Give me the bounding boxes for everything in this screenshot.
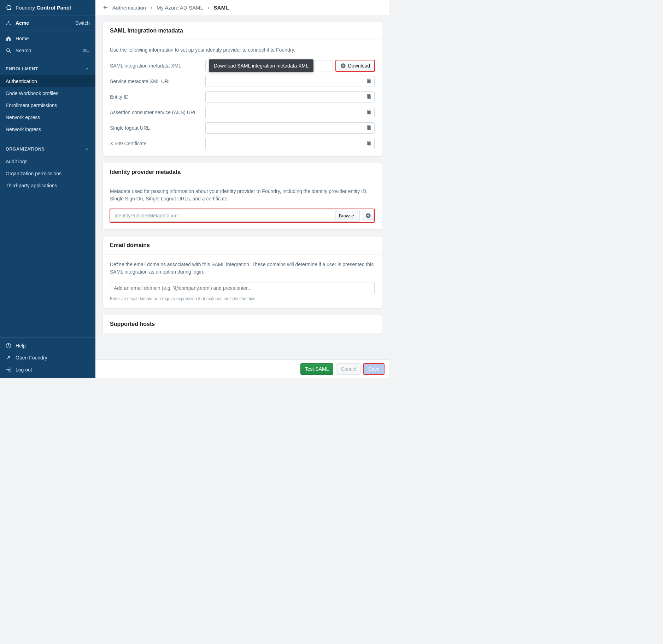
cancel-button[interactable]: Cancel [336, 363, 361, 375]
help-icon [6, 343, 11, 349]
nav-home[interactable]: Home [0, 33, 95, 45]
file-input[interactable]: IdentityProviderMetadata.xml Browse [111, 210, 360, 222]
org-name: Acme [16, 20, 29, 26]
back-icon[interactable] [102, 4, 109, 11]
brand: Foundry Control Panel [0, 0, 95, 16]
sidebar-bottom: Help Open Foundry Log out [0, 337, 95, 378]
label-slo: Single logout URL [110, 125, 198, 131]
card-saml-metadata: SAML integration metadata Use the follow… [102, 22, 382, 157]
svg-point-5 [7, 49, 10, 52]
download-icon [340, 63, 346, 69]
brand-text: Foundry Control Panel [16, 5, 71, 11]
email-domain-hint: Enter an email domain or a regular expre… [110, 296, 375, 301]
download-idp-button[interactable] [363, 210, 374, 221]
nav-search[interactable]: Search ⌘J [0, 45, 95, 57]
clipboard-icon[interactable] [366, 110, 372, 115]
card-title: Email domains [103, 236, 382, 254]
file-upload-row: IdentityProviderMetadata.xml Browse [110, 209, 375, 222]
row-entity: Entity ID [110, 91, 375, 103]
card-email-domains: Email domains Define the email domains a… [102, 236, 382, 309]
input-cert[interactable] [205, 138, 375, 149]
row-acs: Assertion consumer service (ACS) URL [110, 107, 375, 118]
row-xml: SAML integration metadata XML Download S… [110, 60, 375, 71]
caret-down-icon [84, 146, 90, 152]
sidebar-item-enrollment-permissions[interactable]: Enrollment permissions [0, 99, 95, 111]
download-tooltip: Download SAML integration metadata XML [209, 59, 313, 72]
sidebar-item-code-workbook[interactable]: Code Workbook profiles [0, 87, 95, 99]
label-cert: X.509 Certificate [110, 141, 198, 146]
section-organizations: ORGANIZATIONS Audit logs Organization pe… [0, 139, 95, 194]
crumb-azure[interactable]: My Azure AD SAML [157, 5, 203, 11]
save-button[interactable]: Save [364, 363, 384, 375]
external-link-icon [6, 355, 11, 361]
org-row: Acme Switch [0, 16, 95, 30]
card-desc: Use the following information to set up … [110, 46, 375, 54]
content: SAML integration metadata Use the follow… [95, 15, 389, 378]
browse-button[interactable]: Browse [335, 211, 358, 220]
section-enrollment: ENROLLMENT Authentication Code Workbook … [0, 59, 95, 139]
logout-icon [6, 367, 11, 373]
sidebar-item-audit-logs[interactable]: Audit logs [0, 156, 95, 168]
file-placeholder: IdentityProviderMetadata.xml [115, 213, 335, 218]
clipboard-icon[interactable] [366, 94, 372, 100]
sidebar-item-authentication[interactable]: Authentication [0, 75, 95, 87]
open-foundry-link[interactable]: Open Foundry [0, 352, 95, 364]
crumb-authentication[interactable]: Authentication [112, 5, 146, 11]
svg-point-8 [8, 347, 8, 347]
svg-line-6 [9, 51, 11, 53]
card-supported-hosts: Supported hosts [102, 315, 382, 333]
search-icon [6, 48, 11, 53]
label-entity: Entity ID [110, 94, 198, 100]
card-desc: Metadata used for passing information ab… [110, 188, 375, 203]
chevron-right-icon: › [207, 4, 210, 11]
sidebar-item-network-ingress[interactable]: Network ingress [0, 123, 95, 135]
sidebar-item-network-egress[interactable]: Network egress [0, 111, 95, 123]
section-header-enrollment[interactable]: ENROLLMENT [0, 61, 95, 75]
main: Authentication › My Azure AD SAML › SAML… [95, 0, 389, 378]
foundry-logo-icon [6, 4, 12, 11]
logout-link[interactable]: Log out [0, 364, 95, 376]
email-domain-input[interactable] [110, 282, 375, 294]
test-saml-button[interactable]: Test SAML [300, 363, 334, 375]
download-icon [365, 213, 371, 218]
help-link[interactable]: Help [0, 340, 95, 352]
home-icon [6, 36, 11, 41]
svg-point-0 [7, 5, 11, 10]
card-desc: Define the email domains associated with… [110, 261, 375, 276]
row-slo: Single logout URL [110, 122, 375, 134]
label-url: Service metadata XML URL [110, 78, 198, 84]
footer: Test SAML Cancel Save [95, 359, 389, 378]
nav-primary: Home Search ⌘J [0, 30, 95, 59]
org-icon [6, 20, 11, 26]
sidebar-item-org-permissions[interactable]: Organization permissions [0, 168, 95, 180]
crumb-current: SAML [214, 5, 229, 11]
sidebar: Foundry Control Panel Acme Switch Home [0, 0, 95, 378]
section-header-organizations[interactable]: ORGANIZATIONS [0, 141, 95, 156]
card-title: Identity provider metadata [103, 163, 382, 181]
download-button[interactable]: Download [336, 60, 375, 71]
label-acs: Assertion consumer service (ACS) URL [110, 110, 198, 115]
clipboard-icon[interactable] [366, 78, 372, 84]
clipboard-icon[interactable] [366, 125, 372, 131]
clipboard-icon[interactable] [366, 141, 372, 146]
svg-point-2 [8, 21, 9, 22]
row-cert: X.509 Certificate [110, 138, 375, 149]
input-entity[interactable] [205, 91, 375, 103]
input-url[interactable] [205, 76, 375, 87]
card-idp-metadata: Identity provider metadata Metadata used… [102, 163, 382, 230]
label-xml: SAML integration metadata XML [110, 63, 198, 69]
caret-down-icon [84, 66, 90, 72]
card-title: Supported hosts [103, 315, 382, 333]
breadcrumb: Authentication › My Azure AD SAML › SAML [95, 0, 389, 15]
search-shortcut: ⌘J [83, 48, 90, 53]
sidebar-item-third-party[interactable]: Third-party applications [0, 180, 95, 192]
switch-link[interactable]: Switch [75, 20, 90, 26]
chevron-right-icon: › [150, 4, 152, 11]
row-url: Service metadata XML URL [110, 76, 375, 87]
card-title: SAML integration metadata [103, 22, 382, 40]
input-slo[interactable] [205, 122, 375, 134]
input-acs[interactable] [205, 107, 375, 118]
